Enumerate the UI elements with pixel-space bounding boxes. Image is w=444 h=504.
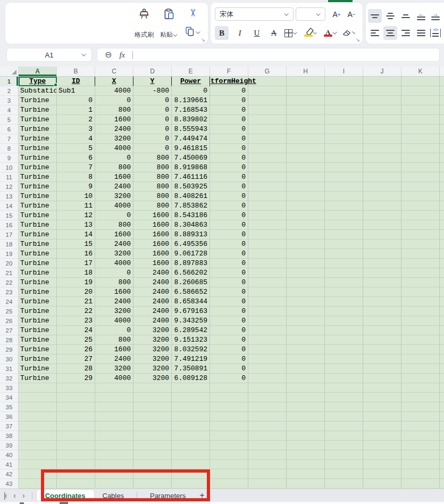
increase-indent-button[interactable]: → (429, 9, 442, 23)
cell-D3[interactable]: 0 (133, 96, 172, 105)
cell-A5[interactable]: Turbine (19, 115, 57, 125)
cell-A43[interactable] (19, 479, 57, 489)
formula-bar[interactable]: ⊖ fx (97, 48, 440, 62)
cell-H33[interactable] (287, 383, 325, 393)
cell-D10[interactable]: 800 (133, 163, 172, 172)
cell-F1[interactable]: tformHeight (210, 77, 248, 86)
row-header-14[interactable]: 14 (0, 201, 19, 211)
cell-G22[interactable] (248, 278, 287, 287)
row-header-16[interactable]: 16 (0, 220, 19, 230)
cell-B2[interactable]: Sub1 (57, 86, 95, 96)
cell-I34[interactable] (325, 393, 363, 402)
cell-H2[interactable] (287, 86, 325, 96)
cell-H4[interactable] (287, 105, 325, 115)
cell-E22[interactable]: 8.260685 (172, 278, 210, 287)
cell-J14[interactable] (363, 201, 401, 211)
next-sheet-icon[interactable]: › (19, 492, 28, 499)
cell-G14[interactable] (248, 201, 287, 211)
cell-G4[interactable] (248, 105, 287, 115)
cell-D15[interactable]: 1600 (133, 211, 172, 220)
cell-D1[interactable]: Y (133, 77, 172, 86)
cell-H6[interactable] (287, 125, 325, 134)
cell-J10[interactable] (363, 163, 401, 172)
column-header-G[interactable]: G (248, 67, 287, 77)
cell-A13[interactable]: Turbine (19, 192, 57, 201)
cell-G8[interactable] (248, 144, 287, 153)
cell-C4[interactable]: 800 (95, 105, 133, 115)
cell-A7[interactable]: Turbine (19, 134, 57, 144)
cell-C8[interactable]: 4000 (95, 144, 133, 153)
cell-B21[interactable]: 18 (57, 268, 95, 278)
cell-I12[interactable] (325, 182, 363, 192)
cell-C19[interactable]: 3200 (95, 249, 133, 259)
cell-C18[interactable]: 2400 (95, 239, 133, 249)
cell-F9[interactable]: 0 (210, 153, 248, 163)
column-header-B[interactable]: B (57, 67, 95, 77)
sheet-tab-cables[interactable]: Cables (94, 490, 132, 501)
cell-H9[interactable] (287, 153, 325, 163)
font-name-select[interactable]: 宋体 (215, 7, 294, 21)
cell-J23[interactable] (363, 287, 401, 297)
cell-C3[interactable]: 0 (95, 96, 133, 105)
cell-D16[interactable]: 1600 (133, 220, 172, 230)
cell-K30[interactable] (401, 354, 440, 364)
cell-C29[interactable]: 1600 (95, 345, 133, 354)
cell-H39[interactable] (287, 441, 325, 450)
cell-I3[interactable] (325, 96, 363, 105)
cell-I15[interactable] (325, 211, 363, 220)
cell-J18[interactable] (363, 239, 401, 249)
cell-J4[interactable] (363, 105, 401, 115)
cell-F33[interactable] (210, 383, 248, 393)
cell-G40[interactable] (248, 450, 287, 460)
cell-J13[interactable] (363, 192, 401, 201)
cell-K7[interactable] (401, 134, 440, 144)
align-bottom-button[interactable] (399, 9, 413, 23)
cell-I6[interactable] (325, 125, 363, 134)
cell-D14[interactable]: 800 (133, 201, 172, 211)
cell-A26[interactable]: Turbine (19, 316, 57, 326)
cell-C9[interactable]: 0 (95, 153, 133, 163)
cell-F41[interactable] (210, 460, 248, 469)
cell-H34[interactable] (287, 393, 325, 402)
cell-B24[interactable]: 21 (57, 297, 95, 307)
cell-C12[interactable]: 2400 (95, 182, 133, 192)
cell-F13[interactable]: 0 (210, 192, 248, 201)
row-header-42[interactable]: 42 (0, 469, 19, 479)
cell-G15[interactable] (248, 211, 287, 220)
cell-F2[interactable]: 0 (210, 86, 248, 96)
cell-B23[interactable]: 20 (57, 287, 95, 297)
cell-C7[interactable]: 3200 (95, 134, 133, 144)
cell-H26[interactable] (287, 316, 325, 326)
cell-I20[interactable] (325, 259, 363, 268)
cell-G41[interactable] (248, 460, 287, 469)
cell-C21[interactable]: 0 (95, 268, 133, 278)
cell-J35[interactable] (363, 402, 401, 412)
cell-E26[interactable]: 9.343259 (172, 316, 210, 326)
cell-G10[interactable] (248, 163, 287, 172)
cell-D9[interactable]: 800 (133, 153, 172, 163)
row-header-26[interactable]: 26 (0, 316, 19, 326)
cell-C24[interactable]: 2400 (95, 297, 133, 307)
cell-I38[interactable] (325, 431, 363, 441)
cell-D35[interactable] (133, 402, 172, 412)
cell-H12[interactable] (287, 182, 325, 192)
cell-A18[interactable]: Turbine (19, 239, 57, 249)
row-header-43[interactable]: 43 (0, 479, 19, 489)
cell-F17[interactable]: 0 (210, 230, 248, 239)
cell-E25[interactable]: 9.679163 (172, 307, 210, 316)
cell-E8[interactable]: 9.461815 (172, 144, 210, 153)
borders-button[interactable] (284, 26, 298, 40)
cell-J11[interactable] (363, 172, 401, 182)
cell-H15[interactable] (287, 211, 325, 220)
row-header-24[interactable]: 24 (0, 297, 19, 307)
cell-E17[interactable]: 8.889313 (172, 230, 210, 239)
cell-F5[interactable]: 0 (210, 115, 248, 125)
cell-E43[interactable] (172, 479, 210, 489)
cell-G25[interactable] (248, 307, 287, 316)
cell-C41[interactable] (95, 460, 133, 469)
cell-G35[interactable] (248, 402, 287, 412)
cell-I2[interactable] (325, 86, 363, 96)
cell-B42[interactable] (57, 469, 95, 479)
cell-E27[interactable]: 6.289542 (172, 326, 210, 335)
column-header-I[interactable]: I (325, 67, 363, 77)
